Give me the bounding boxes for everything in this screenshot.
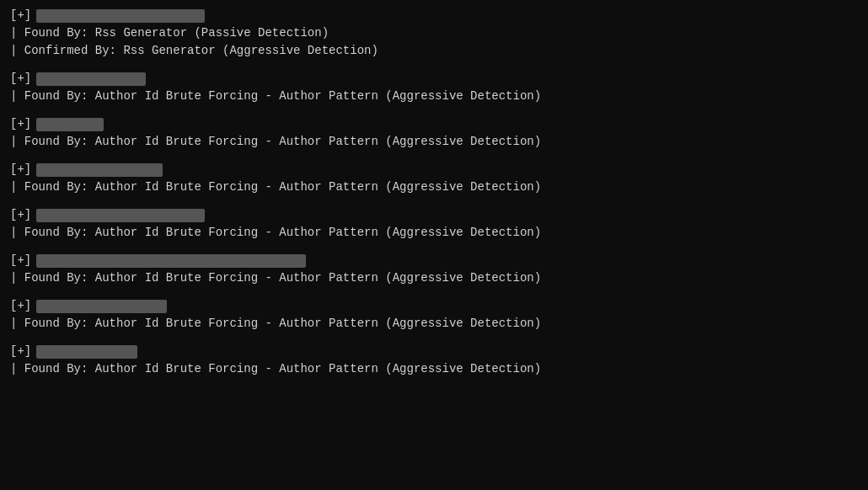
entry-redacted-1 — [36, 72, 146, 86]
entry-prefix-2: [+] — [10, 115, 31, 133]
entry-3: [+]| Found By: Author Id Brute Forcing -… — [10, 161, 858, 203]
entry-redacted-6 — [36, 300, 167, 313]
terminal-output: [+]| Found By: Rss Generator (Passive De… — [10, 7, 858, 385]
entry-redacted-0 — [36, 9, 205, 23]
entry-header-3: [+] — [10, 161, 858, 178]
entry-header-5: [+] — [10, 252, 858, 269]
entry-line-3-0: | Found By: Author Id Brute Forcing - Au… — [10, 178, 858, 196]
entry-prefix-0: [+] — [10, 7, 31, 24]
entry-header-6: [+] — [10, 297, 858, 315]
entry-6: [+]| Found By: Author Id Brute Forcing -… — [10, 297, 858, 339]
entry-line-4-0: | Found By: Author Id Brute Forcing - Au… — [10, 224, 858, 242]
entry-prefix-5: [+] — [10, 252, 31, 269]
entry-5: [+]| Found By: Author Id Brute Forcing -… — [10, 252, 858, 294]
entry-7: [+]| Found By: Author Id Brute Forcing -… — [10, 343, 858, 385]
entry-redacted-4 — [36, 209, 205, 222]
entry-2: [+]| Found By: Author Id Brute Forcing -… — [10, 115, 858, 157]
entry-prefix-7: [+] — [10, 343, 31, 360]
entry-header-2: [+] — [10, 115, 858, 133]
entry-prefix-1: [+] — [10, 70, 31, 88]
entry-redacted-3 — [36, 163, 163, 177]
entry-header-7: [+] — [10, 343, 858, 360]
entry-redacted-5 — [36, 254, 306, 268]
entry-line-2-0: | Found By: Author Id Brute Forcing - Au… — [10, 133, 858, 151]
entry-0: [+]| Found By: Rss Generator (Passive De… — [10, 7, 858, 67]
entry-prefix-3: [+] — [10, 161, 31, 178]
entry-line-0-0: | Found By: Rss Generator (Passive Detec… — [10, 24, 858, 42]
entry-line-6-0: | Found By: Author Id Brute Forcing - Au… — [10, 315, 858, 333]
entry-4: [+]| Found By: Author Id Brute Forcing -… — [10, 206, 858, 248]
entry-line-1-0: | Found By: Author Id Brute Forcing - Au… — [10, 88, 858, 105]
entry-header-1: [+] — [10, 70, 858, 88]
entry-prefix-6: [+] — [10, 297, 31, 315]
entry-redacted-2 — [36, 118, 104, 131]
entry-line-0-1: | Confirmed By: Rss Generator (Aggressiv… — [10, 42, 858, 60]
entry-line-5-0: | Found By: Author Id Brute Forcing - Au… — [10, 269, 858, 287]
entry-line-7-0: | Found By: Author Id Brute Forcing - Au… — [10, 360, 858, 378]
entry-header-0: [+] — [10, 7, 858, 24]
entry-header-4: [+] — [10, 206, 858, 224]
entry-prefix-4: [+] — [10, 206, 31, 224]
entry-1: [+]| Found By: Author Id Brute Forcing -… — [10, 70, 858, 112]
entry-redacted-7 — [36, 345, 137, 359]
